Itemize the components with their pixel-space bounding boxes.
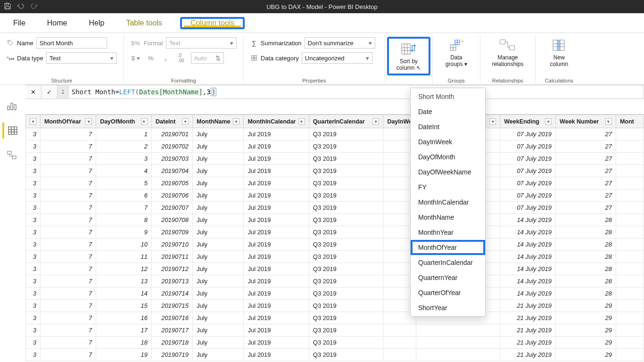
cancel-formula-button[interactable]: ✕ <box>25 85 41 99</box>
report-view-button[interactable] <box>2 98 21 114</box>
data-groups-button[interactable]: + Datagroups ▾ <box>439 37 473 68</box>
format-label: Format <box>144 40 163 47</box>
save-icon[interactable] <box>4 2 11 11</box>
model-view-button[interactable] <box>2 147 21 163</box>
table-row[interactable]: 3 7 13 20190713 July Jul 2019 Q3 2019 14… <box>26 275 644 288</box>
table-row[interactable]: 3 7 2 20190702 July Jul 2019 Q3 2019 07 … <box>26 140 644 153</box>
table-row[interactable]: 3 7 10 20190710 July Jul 2019 Q3 2019 14… <box>26 239 644 251</box>
decimals-icon[interactable]: .0.00 <box>176 53 186 63</box>
ribbon-group-relationships: Managerelationships Relationships <box>480 35 536 84</box>
manage-relationships-button[interactable]: Managerelationships <box>487 37 528 68</box>
sort-menu-item[interactable]: DayOfMonth <box>411 149 485 165</box>
new-column-button[interactable]: Newcolumn <box>542 37 576 68</box>
svg-rect-0 <box>6 3 8 5</box>
column-Week Number[interactable]: Week Number▾ <box>556 115 616 128</box>
comma-icon[interactable]: , <box>161 53 171 63</box>
table-row[interactable]: 3 7 5 20190705 July Jul 2019 Q3 2019 07 … <box>26 177 644 189</box>
table-row[interactable]: 3 7 15 20190715 July Jul 2019 Q3 2019 21… <box>26 300 644 312</box>
sigma-icon: ∑ <box>250 39 258 47</box>
column-MonthName[interactable]: MonthName▾ <box>193 115 244 128</box>
svg-point-2 <box>9 41 10 42</box>
formula-editor[interactable]: Short Month = LEFT( Dates[MonthName], 3 … <box>69 88 644 96</box>
svg-rect-22 <box>557 40 561 50</box>
percent-icon[interactable]: % <box>146 53 156 63</box>
svg-rect-26 <box>11 103 13 110</box>
tab-help[interactable]: Help <box>85 13 108 33</box>
titlebar: UBG to DAX - Model - Power BI Desktop <box>0 0 644 13</box>
datatype-select[interactable]: Text▾ <box>46 52 117 64</box>
relationships-icon <box>499 38 516 53</box>
svg-rect-19 <box>500 40 505 44</box>
summarization-select[interactable]: Don't summarize▾ <box>305 37 375 49</box>
svg-rect-4 <box>255 56 256 58</box>
data-view-button[interactable] <box>2 123 21 139</box>
sort-by-column-button[interactable]: Sort bycolumn ↖ <box>392 41 426 72</box>
table-row[interactable]: 3 7 19 20190719 July Jul 2019 Q3 2019 21… <box>26 349 644 361</box>
table-row[interactable]: 3 7 14 20190714 July Jul 2019 Q3 2019 14… <box>26 288 644 300</box>
table-row[interactable]: 3 7 4 20190704 July Jul 2019 Q3 2019 07 … <box>26 165 644 177</box>
datacategory-label: Data category <box>261 55 299 62</box>
currency-icon[interactable]: $ ▾ <box>131 53 141 63</box>
column-DayOfMonth[interactable]: DayOfMonth▾ <box>96 115 152 128</box>
sort-menu-item[interactable]: MonthnYear <box>411 225 485 240</box>
sort-menu-item[interactable]: MonthOfYear <box>411 240 485 255</box>
tag-icon <box>7 39 14 47</box>
column-WeekEnding[interactable]: WeekEnding▾ <box>500 115 556 128</box>
sort-menu-item[interactable]: DayInWeek <box>411 134 485 149</box>
column-DateInt[interactable]: DateInt▾ <box>151 115 192 128</box>
table-row[interactable]: 3 7 18 20190718 July Jul 2019 Q3 2019 21… <box>26 337 644 349</box>
sort-menu-item[interactable]: DayOfWeekName <box>411 165 485 180</box>
table-row[interactable]: 3 7 16 20190716 July Jul 2019 Q3 2019 21… <box>26 312 644 324</box>
row-selector-header[interactable]: ▾ <box>26 115 41 128</box>
svg-rect-33 <box>8 151 11 154</box>
column-Mont[interactable]: Mont <box>616 115 644 128</box>
data-groups-icon: + <box>448 38 465 53</box>
tab-table-tools[interactable]: Table tools <box>122 13 166 33</box>
sort-menu-item[interactable]: QuarternYear <box>411 270 485 285</box>
sort-menu-item[interactable]: FY <box>411 180 485 195</box>
tab-column-tools[interactable]: Column tools <box>182 19 243 27</box>
sort-menu-item[interactable]: QuarterInCalendar <box>411 255 485 270</box>
column-QuarterInCalendar[interactable]: QuarterInCalendar▾ <box>309 115 383 128</box>
svg-rect-25 <box>8 106 9 110</box>
name-input[interactable]: Short Month <box>36 37 107 49</box>
table-row[interactable]: 3 7 9 20190709 July Jul 2019 Q3 2019 14 … <box>26 226 644 239</box>
redo-icon[interactable] <box>30 2 38 11</box>
ribbon-body: Name Short Month ⁿ₁₂₃ Data type Text▾ St… <box>0 33 644 85</box>
datacategory-select[interactable]: Uncategorized▾ <box>302 52 372 64</box>
table-row[interactable]: 3 7 6 20190706 July Jul 2019 Q3 2019 07 … <box>26 189 644 202</box>
data-grid[interactable]: ▾MonthOfYear▾DayOfMonth▾DateInt▾MonthNam… <box>25 114 644 362</box>
summarization-label: Summarization <box>261 40 302 47</box>
name-label: Name <box>17 40 33 47</box>
table-row[interactable]: 3 7 1 20190701 July Jul 2019 Q3 2019 07 … <box>26 128 644 140</box>
table-row[interactable]: 3 7 7 20190707 July Jul 2019 Q3 2019 07 … <box>26 202 644 214</box>
sort-menu-item[interactable]: Date <box>411 104 485 119</box>
currency-format-icon: $% <box>131 38 141 48</box>
sort-by-column-menu[interactable]: Short MonthDateDateIntDayInWeekDayOfMont… <box>410 88 486 317</box>
column-MonthOfYear[interactable]: MonthOfYear▾ <box>41 115 96 128</box>
sort-menu-item[interactable]: MonthInCalendar <box>411 195 485 210</box>
undo-icon[interactable] <box>17 2 25 11</box>
svg-rect-5 <box>252 58 254 60</box>
table-row[interactable]: 3 7 11 20190711 July Jul 2019 Q3 2019 14… <box>26 251 644 263</box>
sort-menu-item[interactable]: DateInt <box>411 119 485 134</box>
sort-menu-item[interactable]: ShortYear <box>411 300 485 315</box>
ribbon-group-sort: Sort bycolumn ↖ <box>385 35 433 84</box>
formula-line-number: 1 <box>58 85 69 99</box>
table-row[interactable]: 3 7 8 20190708 July Jul 2019 Q3 2019 14 … <box>26 214 644 226</box>
category-icon <box>250 54 258 62</box>
sort-menu-item[interactable]: QuarterOfYear <box>411 285 485 300</box>
tab-file[interactable]: File <box>9 13 29 33</box>
ribbon-group-groups: + Datagroups ▾ Groups <box>433 35 480 84</box>
format-select[interactable]: Text▾ <box>166 37 237 49</box>
table-row[interactable]: 3 7 12 20190712 July Jul 2019 Q3 2019 14… <box>26 263 644 275</box>
decimals-input[interactable]: Auto⇅ <box>191 52 224 64</box>
column-MonthInCalendar[interactable]: MonthInCalendar▾ <box>244 115 309 128</box>
commit-formula-button[interactable]: ✓ <box>41 85 58 99</box>
table-row[interactable]: 3 7 3 20190703 July Jul 2019 Q3 2019 07 … <box>26 153 644 165</box>
tab-home[interactable]: Home <box>43 13 71 33</box>
table-row[interactable]: 3 7 17 20190717 July Jul 2019 Q3 2019 21… <box>26 324 644 337</box>
sort-menu-item[interactable]: MonthName <box>411 210 485 225</box>
datatype-label: Data type <box>17 55 43 62</box>
sort-menu-item[interactable]: Short Month <box>411 89 485 104</box>
